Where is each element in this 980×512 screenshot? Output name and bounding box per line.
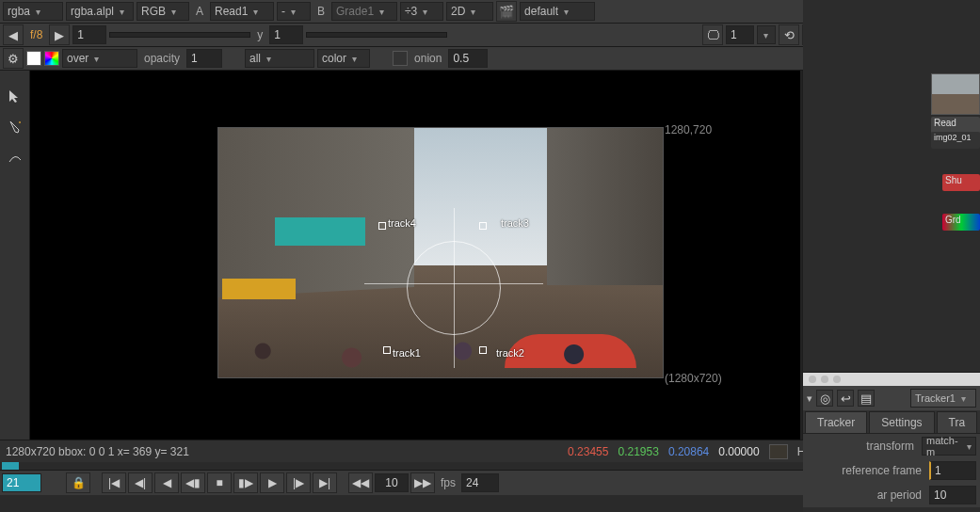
tab-header: Tracker Settings Tra (803, 410, 980, 434)
screen-num-dd[interactable] (757, 25, 776, 44)
tab-settings[interactable]: Settings (869, 411, 934, 433)
y-label: y (253, 28, 266, 41)
resolution-top-label: 1280,720 (665, 123, 712, 136)
transform-dropdown[interactable]: match-m (922, 437, 976, 456)
fps-field[interactable]: 24 (461, 473, 499, 492)
onion-value-field[interactable]: 0.5 (448, 49, 488, 68)
track3-label: track3 (501, 217, 529, 229)
b-label: B (313, 5, 329, 18)
refframe-label: reference frame (838, 464, 925, 477)
goto-first-icon[interactable]: |◀ (102, 472, 126, 493)
clapper-icon[interactable]: 🎬 (496, 1, 517, 22)
refresh-1-icon[interactable]: ⟲ (779, 24, 799, 45)
node-read-file: img02_01 (931, 132, 980, 149)
close-window-icon[interactable] (809, 376, 816, 383)
a-source-dropdown[interactable]: Read1 (210, 2, 274, 21)
right-panel: Read img02_01 Shu Grd ▾ ◎ ↩ ▤ Tracker1 T… (803, 0, 980, 512)
min-window-icon[interactable] (821, 376, 828, 383)
fps-label: fps (437, 476, 459, 489)
period-field[interactable]: 10 (929, 486, 976, 504)
a-extra-dropdown[interactable]: - (277, 2, 311, 21)
color-b: 0.20864 (668, 445, 709, 458)
period-label: ar period (874, 488, 925, 502)
viewmode-dropdown[interactable]: 2D (446, 2, 493, 21)
prev-key-icon[interactable]: ◀| (128, 472, 153, 493)
color-wheel-swatch[interactable] (44, 51, 59, 66)
arrow-right-icon[interactable]: ▶ (49, 24, 70, 45)
step-fwd-icon[interactable]: ▮▶ (233, 472, 258, 493)
tracker-corner-2[interactable] (479, 346, 487, 354)
x-slider[interactable] (109, 32, 250, 38)
target-icon[interactable]: ◎ (816, 390, 833, 407)
play-back-icon[interactable]: ◀ (154, 472, 179, 493)
colorspace-dropdown[interactable]: RGB (137, 2, 189, 21)
tracker-node-tab[interactable]: Tracker1 (910, 389, 976, 408)
component-dropdown[interactable]: rgba.alpl (66, 2, 134, 21)
a-label: A (192, 5, 207, 18)
pen-icon[interactable] (0, 111, 30, 142)
lock-icon[interactable]: 🔒 (66, 472, 90, 493)
next-key-icon[interactable]: |▶ (286, 472, 311, 493)
tracker-corner-3[interactable] (479, 222, 487, 230)
x-field[interactable]: 1 (72, 25, 106, 44)
bbox-info: 1280x720 bbox: 0 0 1 x= 369 y= 321 (6, 445, 189, 458)
tracker-corner-1[interactable] (383, 346, 391, 354)
stop-icon[interactable]: ■ (207, 472, 232, 493)
skip-fwd-icon[interactable]: ▶▶ (410, 472, 435, 493)
channel-sel-dropdown[interactable]: color (317, 49, 370, 68)
clipboard-icon[interactable]: ▤ (858, 390, 875, 407)
sampled-color-swatch (769, 444, 788, 459)
tracker-overlay[interactable]: track4 track3 track1 track2 (364, 208, 543, 368)
node-grade[interactable]: Grd (942, 214, 980, 231)
transform-label: transform (862, 440, 918, 453)
track2-label: track2 (496, 347, 524, 359)
frame-range-marker[interactable] (2, 462, 19, 470)
white-swatch[interactable] (26, 51, 41, 66)
gear-icon[interactable]: ⚙ (3, 48, 24, 69)
channel-dropdown[interactable]: rgba (3, 2, 63, 21)
skip-field[interactable]: 10 (375, 473, 409, 492)
cursor-icon[interactable] (0, 80, 30, 111)
goto-last-icon[interactable]: ▶| (313, 472, 337, 493)
b-source-dropdown[interactable]: Grade1 (331, 2, 397, 21)
y-field[interactable]: 1 (269, 25, 303, 44)
tracker-corner-4[interactable] (378, 222, 386, 230)
play-fwd-icon[interactable]: ▶ (260, 472, 284, 493)
scale-dropdown[interactable]: ÷3 (400, 2, 443, 21)
image-canvas[interactable]: track4 track3 track1 track2 (217, 127, 664, 378)
opacity-field[interactable]: 1 (186, 49, 222, 68)
curve-icon[interactable] (0, 142, 30, 173)
svg-point-0 (19, 121, 21, 123)
resolution-bottom-label: (1280x720) (665, 372, 722, 385)
color-r: 0.23455 (568, 445, 608, 458)
current-frame-field[interactable]: 21 (2, 473, 41, 492)
opacity-label: opacity (140, 52, 184, 65)
refframe-field[interactable]: 1 (929, 461, 976, 480)
viewer-toolbar (0, 71, 30, 440)
viewport[interactable]: 1280,720 (1280x720) track4 track3 track1 (30, 71, 800, 440)
fstop-label: f/8 (26, 28, 46, 41)
properties-panel: ▾ ◎ ↩ ▤ Tracker1 Tracker Settings Tra tr… (803, 372, 980, 507)
filter-dropdown[interactable]: all (245, 49, 314, 68)
color-a: 0.00000 (718, 445, 759, 458)
arrow-left-icon[interactable]: ◀ (3, 24, 24, 45)
node-shuffle[interactable]: Shu (942, 174, 980, 191)
onion-checkbox[interactable] (393, 51, 408, 66)
track1-label: track1 (393, 347, 421, 359)
screen-num-field[interactable]: 1 (726, 25, 754, 44)
onion-label: onion (410, 52, 445, 65)
merge-dropdown[interactable]: over (62, 49, 137, 68)
proxy-dropdown[interactable]: default (520, 2, 595, 21)
history-icon[interactable]: ↩ (837, 390, 854, 407)
y-slider[interactable] (306, 32, 447, 38)
max-window-icon[interactable] (833, 376, 841, 383)
tab-tracker[interactable]: Tracker (805, 411, 867, 433)
step-back-icon[interactable]: ◀▮ (181, 472, 205, 493)
skip-back-icon[interactable]: ◀◀ (348, 472, 373, 493)
screen-icon[interactable]: 🖵 (702, 24, 723, 45)
chevron-down-icon[interactable]: ▾ (807, 392, 812, 405)
node-thumbnail[interactable] (931, 73, 980, 115)
color-g: 0.21953 (618, 445, 658, 458)
window-controls (803, 373, 980, 386)
tab-transform[interactable]: Tra (937, 411, 978, 433)
